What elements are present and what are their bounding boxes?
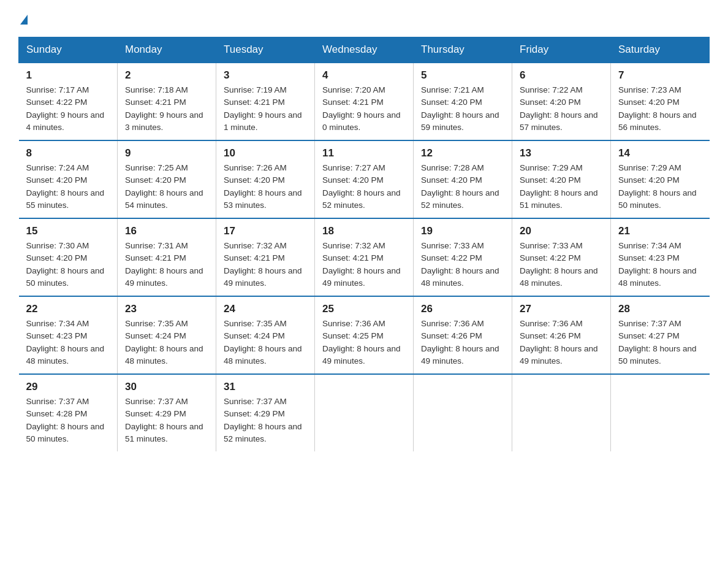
day-number: 20	[520, 225, 603, 237]
day-info: Sunrise: 7:22 AM Sunset: 4:20 PM Dayligh…	[520, 84, 603, 134]
day-info: Sunrise: 7:19 AM Sunset: 4:21 PM Dayligh…	[224, 84, 307, 134]
weekday-header-monday: Monday	[118, 37, 216, 63]
day-number: 27	[520, 303, 603, 315]
day-number: 25	[322, 303, 406, 315]
day-number: 1	[26, 69, 110, 82]
calendar-cell: 20 Sunrise: 7:33 AM Sunset: 4:22 PM Dayl…	[512, 218, 611, 296]
calendar-week-1: 1 Sunrise: 7:17 AM Sunset: 4:22 PM Dayli…	[19, 63, 710, 140]
calendar-cell: 9 Sunrise: 7:25 AM Sunset: 4:20 PM Dayli…	[118, 140, 216, 218]
calendar-cell: 27 Sunrise: 7:36 AM Sunset: 4:26 PM Dayl…	[512, 296, 611, 374]
weekday-header-friday: Friday	[512, 37, 611, 63]
page-header	[18, 12, 710, 25]
day-info: Sunrise: 7:32 AM Sunset: 4:21 PM Dayligh…	[322, 240, 406, 289]
calendar-header: SundayMondayTuesdayWednesdayThursdayFrid…	[19, 37, 710, 63]
day-info: Sunrise: 7:36 AM Sunset: 4:26 PM Dayligh…	[421, 318, 504, 367]
day-info: Sunrise: 7:24 AM Sunset: 4:20 PM Dayligh…	[26, 162, 110, 212]
day-info: Sunrise: 7:37 AM Sunset: 4:28 PM Dayligh…	[26, 396, 110, 445]
day-info: Sunrise: 7:28 AM Sunset: 4:20 PM Dayligh…	[421, 162, 504, 212]
day-number: 18	[322, 225, 406, 237]
day-number: 2	[125, 69, 208, 82]
day-info: Sunrise: 7:20 AM Sunset: 4:21 PM Dayligh…	[322, 84, 406, 134]
day-number: 21	[618, 225, 702, 237]
calendar-cell: 2 Sunrise: 7:18 AM Sunset: 4:21 PM Dayli…	[118, 63, 216, 140]
day-number: 9	[125, 147, 208, 159]
day-info: Sunrise: 7:31 AM Sunset: 4:21 PM Dayligh…	[125, 240, 208, 289]
day-number: 30	[125, 381, 208, 393]
day-info: Sunrise: 7:35 AM Sunset: 4:24 PM Dayligh…	[224, 318, 307, 367]
day-number: 11	[322, 147, 406, 159]
logo-triangle-icon	[20, 15, 28, 25]
calendar-cell: 21 Sunrise: 7:34 AM Sunset: 4:23 PM Dayl…	[611, 218, 710, 296]
day-info: Sunrise: 7:33 AM Sunset: 4:22 PM Dayligh…	[421, 240, 504, 289]
calendar-cell: 23 Sunrise: 7:35 AM Sunset: 4:24 PM Dayl…	[118, 296, 216, 374]
day-number: 10	[224, 147, 307, 159]
calendar-cell: 18 Sunrise: 7:32 AM Sunset: 4:21 PM Dayl…	[315, 218, 414, 296]
calendar-week-2: 8 Sunrise: 7:24 AM Sunset: 4:20 PM Dayli…	[19, 140, 710, 218]
weekday-header-row: SundayMondayTuesdayWednesdayThursdayFrid…	[19, 37, 710, 63]
day-info: Sunrise: 7:34 AM Sunset: 4:23 PM Dayligh…	[618, 240, 702, 289]
day-number: 13	[520, 147, 603, 159]
calendar-cell: 26 Sunrise: 7:36 AM Sunset: 4:26 PM Dayl…	[414, 296, 512, 374]
calendar-cell	[414, 374, 512, 451]
calendar-cell: 13 Sunrise: 7:29 AM Sunset: 4:20 PM Dayl…	[512, 140, 611, 218]
calendar-cell: 10 Sunrise: 7:26 AM Sunset: 4:20 PM Dayl…	[216, 140, 315, 218]
calendar-cell	[611, 374, 710, 451]
weekday-header-tuesday: Tuesday	[216, 37, 315, 63]
calendar-cell	[315, 374, 414, 451]
day-info: Sunrise: 7:32 AM Sunset: 4:21 PM Dayligh…	[224, 240, 307, 289]
calendar-cell: 30 Sunrise: 7:37 AM Sunset: 4:29 PM Dayl…	[118, 374, 216, 451]
calendar-cell: 4 Sunrise: 7:20 AM Sunset: 4:21 PM Dayli…	[315, 63, 414, 140]
day-number: 24	[224, 303, 307, 315]
day-number: 31	[224, 381, 307, 393]
day-info: Sunrise: 7:27 AM Sunset: 4:20 PM Dayligh…	[322, 162, 406, 212]
calendar-cell: 22 Sunrise: 7:34 AM Sunset: 4:23 PM Dayl…	[19, 296, 118, 374]
day-info: Sunrise: 7:35 AM Sunset: 4:24 PM Dayligh…	[125, 318, 208, 367]
calendar-cell	[512, 374, 611, 451]
day-info: Sunrise: 7:25 AM Sunset: 4:20 PM Dayligh…	[125, 162, 208, 212]
day-info: Sunrise: 7:21 AM Sunset: 4:20 PM Dayligh…	[421, 84, 504, 134]
day-info: Sunrise: 7:30 AM Sunset: 4:20 PM Dayligh…	[26, 240, 110, 289]
calendar-cell: 11 Sunrise: 7:27 AM Sunset: 4:20 PM Dayl…	[315, 140, 414, 218]
day-number: 16	[125, 225, 208, 237]
calendar-cell: 1 Sunrise: 7:17 AM Sunset: 4:22 PM Dayli…	[19, 63, 118, 140]
day-info: Sunrise: 7:23 AM Sunset: 4:20 PM Dayligh…	[618, 84, 702, 134]
calendar-cell: 8 Sunrise: 7:24 AM Sunset: 4:20 PM Dayli…	[19, 140, 118, 218]
weekday-header-saturday: Saturday	[611, 37, 710, 63]
calendar-body: 1 Sunrise: 7:17 AM Sunset: 4:22 PM Dayli…	[19, 63, 710, 451]
day-number: 4	[322, 69, 406, 82]
day-info: Sunrise: 7:18 AM Sunset: 4:21 PM Dayligh…	[125, 84, 208, 134]
day-info: Sunrise: 7:37 AM Sunset: 4:27 PM Dayligh…	[618, 318, 702, 367]
calendar-cell: 7 Sunrise: 7:23 AM Sunset: 4:20 PM Dayli…	[611, 63, 710, 140]
day-info: Sunrise: 7:29 AM Sunset: 4:20 PM Dayligh…	[618, 162, 702, 212]
day-info: Sunrise: 7:29 AM Sunset: 4:20 PM Dayligh…	[520, 162, 603, 212]
day-number: 7	[618, 69, 702, 82]
calendar-week-4: 22 Sunrise: 7:34 AM Sunset: 4:23 PM Dayl…	[19, 296, 710, 374]
day-number: 28	[618, 303, 702, 315]
weekday-header-sunday: Sunday	[19, 37, 118, 63]
calendar-cell: 14 Sunrise: 7:29 AM Sunset: 4:20 PM Dayl…	[611, 140, 710, 218]
day-info: Sunrise: 7:36 AM Sunset: 4:25 PM Dayligh…	[322, 318, 406, 367]
weekday-header-thursday: Thursday	[414, 37, 512, 63]
day-info: Sunrise: 7:34 AM Sunset: 4:23 PM Dayligh…	[26, 318, 110, 367]
day-number: 26	[421, 303, 504, 315]
day-info: Sunrise: 7:36 AM Sunset: 4:26 PM Dayligh…	[520, 318, 603, 367]
day-info: Sunrise: 7:37 AM Sunset: 4:29 PM Dayligh…	[125, 396, 208, 445]
calendar-cell: 6 Sunrise: 7:22 AM Sunset: 4:20 PM Dayli…	[512, 63, 611, 140]
day-number: 8	[26, 147, 110, 159]
calendar-cell: 16 Sunrise: 7:31 AM Sunset: 4:21 PM Dayl…	[118, 218, 216, 296]
logo	[18, 12, 28, 25]
day-number: 29	[26, 381, 110, 393]
weekday-header-wednesday: Wednesday	[315, 37, 414, 63]
day-info: Sunrise: 7:33 AM Sunset: 4:22 PM Dayligh…	[520, 240, 603, 289]
calendar-cell: 28 Sunrise: 7:37 AM Sunset: 4:27 PM Dayl…	[611, 296, 710, 374]
day-number: 5	[421, 69, 504, 82]
day-number: 17	[224, 225, 307, 237]
day-number: 6	[520, 69, 603, 82]
day-number: 19	[421, 225, 504, 237]
day-info: Sunrise: 7:17 AM Sunset: 4:22 PM Dayligh…	[26, 84, 110, 134]
day-number: 15	[26, 225, 110, 237]
day-number: 3	[224, 69, 307, 82]
day-number: 23	[125, 303, 208, 315]
day-number: 22	[26, 303, 110, 315]
day-number: 12	[421, 147, 504, 159]
